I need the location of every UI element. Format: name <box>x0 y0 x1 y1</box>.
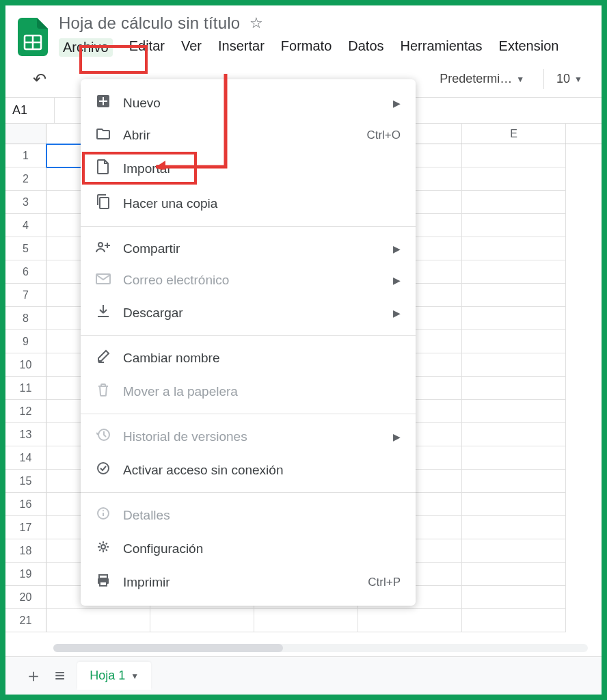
menu-label: Compartir <box>123 241 381 256</box>
cell[interactable] <box>462 470 566 493</box>
menu-insertar[interactable]: Insertar <box>218 38 265 57</box>
svg-rect-20 <box>100 582 107 586</box>
gear-icon <box>96 540 111 557</box>
cell[interactable] <box>150 609 254 632</box>
column-header[interactable]: E <box>462 124 566 144</box>
cell[interactable] <box>462 307 566 330</box>
cell[interactable] <box>462 191 566 214</box>
print-icon <box>96 574 111 591</box>
cell[interactable] <box>462 609 566 632</box>
menu-item-new[interactable]: Nuevo ▶ <box>81 86 416 120</box>
menu-item-email: Correo electrónico ▶ <box>81 265 416 296</box>
font-size-select[interactable]: 10 ▼ <box>543 69 588 89</box>
menu-item-share[interactable]: Compartir ▶ <box>81 232 416 265</box>
cell[interactable] <box>46 609 150 632</box>
cell[interactable] <box>462 423 566 446</box>
menu-item-offline[interactable]: Activar acceso sin conexión <box>81 453 416 487</box>
row-header[interactable]: 9 <box>5 330 46 353</box>
row-header[interactable]: 21 <box>5 609 46 632</box>
menu-separator <box>81 226 416 227</box>
cell[interactable] <box>462 377 566 400</box>
menu-formato[interactable]: Formato <box>281 38 332 57</box>
row-header[interactable]: 1 <box>5 144 46 167</box>
row-header[interactable]: 3 <box>5 191 46 214</box>
horizontal-scrollbar[interactable] <box>53 644 588 652</box>
menu-item-import[interactable]: Importar <box>81 151 416 186</box>
info-icon <box>96 507 111 524</box>
cell[interactable] <box>254 609 358 632</box>
menu-item-copy[interactable]: Hacer una copia <box>81 186 416 221</box>
file-menu-dropdown: Nuevo ▶ Abrir Ctrl+O Importar Hacer una … <box>81 79 416 606</box>
cell[interactable] <box>462 167 566 191</box>
row-header[interactable]: 11 <box>5 377 46 400</box>
cell[interactable] <box>462 493 566 516</box>
menu-ver[interactable]: Ver <box>181 38 202 57</box>
menu-label: Nuevo <box>123 96 381 111</box>
document-title[interactable]: Hoja de cálculo sin título <box>59 14 240 33</box>
menu-datos[interactable]: Datos <box>348 38 383 57</box>
menu-herramientas[interactable]: Herramientas <box>401 38 483 57</box>
menu-separator <box>81 335 416 336</box>
cell[interactable] <box>462 586 566 609</box>
menu-extensiones[interactable]: Extension <box>499 38 559 57</box>
font-size-label: 10 <box>556 72 570 86</box>
edit-icon <box>96 349 111 366</box>
menu-archivo[interactable]: Archivo <box>59 38 113 57</box>
row-header[interactable]: 19 <box>5 563 46 586</box>
sheet-tab-active[interactable]: Hoja 1 ▼ <box>77 662 151 690</box>
svg-point-7 <box>98 243 103 247</box>
font-family-select[interactable]: Predetermi… ▼ <box>434 69 530 89</box>
cell[interactable] <box>462 516 566 539</box>
row-header[interactable]: 12 <box>5 400 46 423</box>
undo-icon[interactable]: ↶ <box>33 70 46 89</box>
cell[interactable] <box>462 330 566 353</box>
cell[interactable] <box>462 400 566 423</box>
menu-editar[interactable]: Editar <box>129 38 165 57</box>
star-icon[interactable]: ☆ <box>249 14 263 32</box>
cell[interactable] <box>462 353 566 377</box>
row-header[interactable]: 20 <box>5 586 46 609</box>
menu-item-print[interactable]: Imprimir Ctrl+P <box>81 565 416 599</box>
add-sheet-button[interactable]: ＋ <box>25 664 42 688</box>
row-header[interactable]: 17 <box>5 516 46 539</box>
row-header[interactable]: 2 <box>5 167 46 191</box>
cell[interactable] <box>358 609 462 632</box>
menu-label: Imprimir <box>123 575 355 590</box>
row-header[interactable]: 15 <box>5 470 46 493</box>
menu-label: Descargar <box>123 306 381 321</box>
all-sheets-button[interactable]: ≡ <box>55 665 65 686</box>
menu-item-rename[interactable]: Cambiar nombre <box>81 341 416 375</box>
menu-item-settings[interactable]: Configuración <box>81 532 416 565</box>
cell[interactable] <box>462 214 566 237</box>
cell[interactable] <box>462 563 566 586</box>
cell[interactable] <box>462 144 566 167</box>
submenu-arrow-icon: ▶ <box>393 98 401 109</box>
row-header[interactable]: 6 <box>5 260 46 284</box>
chevron-down-icon: ▼ <box>574 75 582 84</box>
menu-label: Mover a la papelera <box>123 384 401 399</box>
row-header[interactable]: 5 <box>5 237 46 260</box>
sheet-bar: ＋ ≡ Hoja 1 ▼ <box>5 656 602 695</box>
name-box[interactable]: A1 <box>5 98 55 123</box>
cell[interactable] <box>462 284 566 307</box>
menu-item-open[interactable]: Abrir Ctrl+O <box>81 120 416 151</box>
share-icon <box>96 241 111 256</box>
row-header[interactable]: 8 <box>5 307 46 330</box>
cell[interactable] <box>462 237 566 260</box>
row-header[interactable]: 4 <box>5 214 46 237</box>
select-all-corner[interactable] <box>5 124 46 144</box>
row-header[interactable]: 18 <box>5 539 46 563</box>
cell[interactable] <box>462 446 566 470</box>
menu-shortcut: Ctrl+O <box>366 129 401 142</box>
offline-icon <box>96 461 111 479</box>
row-header[interactable]: 13 <box>5 423 46 446</box>
row-header[interactable]: 16 <box>5 493 46 516</box>
row-header[interactable]: 7 <box>5 284 46 307</box>
cell[interactable] <box>462 260 566 284</box>
row-header[interactable]: 10 <box>5 353 46 377</box>
row-header[interactable]: 14 <box>5 446 46 470</box>
menu-item-download[interactable]: Descargar ▶ <box>81 296 416 329</box>
cell[interactable] <box>462 539 566 563</box>
menu-label: Detalles <box>123 508 401 523</box>
chevron-down-icon: ▼ <box>516 75 524 84</box>
